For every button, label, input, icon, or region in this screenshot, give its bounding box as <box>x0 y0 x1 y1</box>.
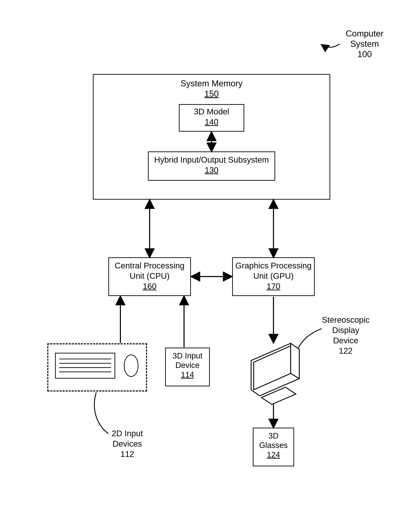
cpu-line2: Unit (CPU) <box>108 271 191 281</box>
display-line3: Device <box>315 336 377 345</box>
system-title-line1: Computer <box>334 28 396 39</box>
gpu-ref: 170 <box>232 281 315 291</box>
system-title-line2: System <box>334 39 396 49</box>
display-ref: 122 <box>315 346 377 356</box>
input3d-line2: Device <box>165 360 210 370</box>
system-title-ref: 100 <box>334 49 396 59</box>
glasses-ref: 124 <box>253 450 294 459</box>
cpu-line1: Central Processing <box>108 261 191 271</box>
gpu-line2: Unit (GPU) <box>232 271 315 281</box>
model-ref: 140 <box>179 117 244 127</box>
input3d-ref: 114 <box>165 370 210 379</box>
hybrid-ref: 130 <box>148 165 275 175</box>
cpu-ref: 160 <box>108 281 191 291</box>
system-memory-ref: 150 <box>93 89 330 99</box>
input2d-ref: 112 <box>101 449 153 459</box>
gpu-line1: Graphics Processing <box>232 261 315 271</box>
glasses-line2: Glasses <box>253 441 294 450</box>
system-memory-label: System Memory <box>93 78 330 89</box>
display-line1: Stereoscopic <box>315 315 377 325</box>
input2d-line2: Devices <box>101 439 153 449</box>
input2d-line1: 2D Input <box>101 429 153 438</box>
mouse-icon <box>124 354 138 377</box>
keyboard-icon <box>55 353 115 379</box>
display-line2: Display <box>315 325 377 335</box>
glasses-line1: 3D <box>253 431 294 441</box>
model-label: 3D Model <box>179 107 244 117</box>
hybrid-label: Hybrid Input/Output Subsystem <box>148 155 275 165</box>
input3d-line1: 3D Input <box>165 351 210 360</box>
